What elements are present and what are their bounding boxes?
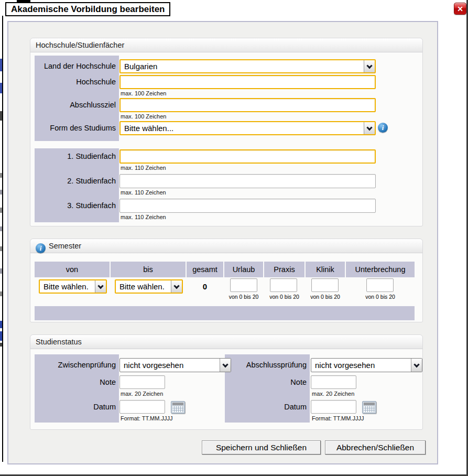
- abschlussziel-label: Abschlussziel: [35, 98, 116, 112]
- column-header-praxis: Praxis: [264, 262, 304, 277]
- section-semester: iSemester von bis gesamt Urlaub Praxis K…: [30, 239, 423, 322]
- zwischenpruefung-calendar-button[interactable]: [171, 401, 185, 414]
- chevron-down-icon: [95, 280, 106, 293]
- land-select[interactable]: Bulgarien: [119, 59, 376, 73]
- section-studienstatus: Studienstatus Zwischenprüfung nicht vorg…: [30, 334, 423, 430]
- dialog-panel: Hochschule/Studienfächer Land der Hochsc…: [7, 21, 438, 464]
- close-button[interactable]: ✕: [454, 3, 466, 15]
- studienfach1-hint: max. 110 Zeichen: [121, 165, 166, 171]
- form-des-studiums-label: Form des Studiums: [35, 121, 116, 135]
- note-label: Note: [225, 375, 307, 390]
- zwischenpruefung-value: nicht vorgesehen: [120, 361, 220, 370]
- cancel-close-button[interactable]: Abbrechen/Schließen: [325, 440, 426, 455]
- studienfach2-input[interactable]: [119, 174, 376, 188]
- hochschule-label: Hochschule: [35, 75, 116, 89]
- browser-viewport: Akademische Vorbildung bearbeiten ✕ Hoch…: [0, 0, 468, 476]
- studienfach2-label: 2. Studienfach: [35, 174, 116, 188]
- gesamt-value: 0: [187, 282, 223, 291]
- klinik-input[interactable]: [311, 278, 339, 292]
- page-edge-artifact: [0, 331, 2, 341]
- abschlussziel-input[interactable]: [119, 98, 376, 112]
- studienfach3-hint: max. 110 Zeichen: [121, 214, 166, 220]
- page-edge-artifact: [0, 59, 2, 71]
- abschlusspruefung-calendar-button[interactable]: [362, 401, 376, 414]
- zwischenpruefung-select[interactable]: nicht vorgesehen: [119, 358, 231, 372]
- section-studienstatus-title: Studienstatus: [36, 338, 82, 346]
- hochschule-hint: max. 100 Zeichen: [121, 90, 166, 96]
- datum-label: Datum: [35, 400, 116, 414]
- abschlusspruefung-note-input[interactable]: [311, 375, 356, 389]
- page-edge-artifact: [0, 83, 2, 93]
- page-edge-artifact: [0, 268, 2, 274]
- section-hochschule-title: Hochschule/Studienfächer: [36, 41, 124, 49]
- close-icon: ✕: [457, 5, 463, 13]
- abschlusspruefung-value: nicht vorgesehen: [311, 361, 411, 370]
- page-edge-artifact: [0, 343, 2, 347]
- land-select-value: Bulgarien: [121, 62, 364, 71]
- column-header-gesamt: gesamt: [187, 262, 223, 277]
- studienfach1-input[interactable]: [119, 149, 376, 164]
- zwischenpruefung-note-hint: max. 20 Zeichen: [121, 391, 163, 397]
- page-edge-artifact: [0, 111, 2, 121]
- klinik-range-hint: von 0 bis 20: [306, 294, 345, 300]
- section-studienstatus-header: Studienstatus: [30, 335, 422, 349]
- abschlussziel-hint: max. 100 Zeichen: [121, 113, 166, 120]
- unterbrechung-input[interactable]: [366, 278, 394, 292]
- semester-von-select[interactable]: Bitte wählen.: [39, 279, 107, 294]
- calendar-icon: [362, 401, 376, 414]
- studienfach3-input[interactable]: [119, 199, 376, 213]
- zwischenpruefung-datum-hint: Format: TT.MM.JJJJ: [121, 415, 172, 421]
- page-edge-artifact: [0, 173, 2, 178]
- form-des-studiums-select[interactable]: Bitte wählen...: [119, 121, 376, 135]
- abschlusspruefung-label: Abschlussprüfung: [225, 358, 307, 372]
- unterbrechung-range-hint: von 0 bis 20: [346, 294, 415, 300]
- dialog-title-box: Akademische Vorbildung bearbeiten: [5, 2, 170, 16]
- praxis-input[interactable]: [270, 278, 297, 292]
- column-header-klinik: Klinik: [306, 262, 345, 277]
- column-header-unterbrechung: Unterbrechung: [346, 262, 415, 277]
- column-header-bis: bis: [111, 262, 186, 277]
- form-des-studiums-value: Bitte wählen...: [121, 124, 364, 133]
- page-edge-artifact: [0, 321, 2, 328]
- semester-bis-value: Bitte wählen.: [116, 282, 171, 291]
- column-header-urlaub: Urlaub: [224, 262, 263, 277]
- page-edge-artifact: [0, 226, 2, 231]
- urlaub-input[interactable]: [230, 278, 257, 292]
- abschlusspruefung-datum-input[interactable]: [311, 400, 356, 414]
- urlaub-range-hint: von 0 bis 20: [224, 294, 263, 300]
- zwischenpruefung-datum-input[interactable]: [119, 400, 165, 414]
- chevron-down-icon: [411, 359, 422, 372]
- info-icon[interactable]: i: [36, 243, 46, 253]
- studienfach2-hint: max. 110 Zeichen: [121, 189, 166, 196]
- info-icon[interactable]: i: [378, 123, 388, 133]
- abschlusspruefung-datum-hint: Format: TT.MM.JJJJ: [312, 415, 364, 421]
- chevron-down-icon: [364, 122, 375, 134]
- save-and-close-button[interactable]: Speichern und Schließen: [202, 440, 321, 455]
- dialog-title: Akademische Vorbildung bearbeiten: [11, 4, 165, 14]
- semester-von-value: Bitte wählen.: [40, 282, 95, 291]
- column-header-von: von: [35, 262, 110, 277]
- section-semester-title: Semester: [49, 242, 81, 250]
- datum-label: Datum: [225, 400, 307, 414]
- hochschule-input[interactable]: [119, 75, 376, 89]
- chevron-down-icon: [171, 280, 182, 293]
- semester-bis-select[interactable]: Bitte wählen.: [115, 279, 183, 294]
- calendar-icon: [171, 401, 185, 414]
- page-edge-artifact: [0, 246, 2, 251]
- abschlusspruefung-select[interactable]: nicht vorgesehen: [311, 358, 422, 372]
- zwischenpruefung-label: Zwischenprüfung: [35, 358, 116, 372]
- page-edge-artifact: [0, 190, 2, 194]
- zwischenpruefung-note-input[interactable]: [119, 375, 165, 389]
- section-semester-header: iSemester: [30, 239, 422, 253]
- praxis-range-hint: von 0 bis 20: [264, 294, 304, 300]
- studienfach1-label: 1. Studienfach: [35, 149, 116, 164]
- land-label: Land der Hochschule: [35, 59, 116, 73]
- page-edge-artifact: [0, 291, 2, 296]
- studienfach3-label: 3. Studienfach: [35, 199, 116, 213]
- abschlusspruefung-note-hint: max. 20 Zeichen: [312, 391, 354, 397]
- page-edge-artifact: [0, 208, 2, 213]
- page-edge-artifact: [2, 16, 3, 462]
- section-hochschule-header: Hochschule/Studienfächer: [30, 38, 422, 52]
- section-hochschule: Hochschule/Studienfächer Land der Hochsc…: [30, 38, 423, 226]
- chevron-down-icon: [364, 60, 375, 72]
